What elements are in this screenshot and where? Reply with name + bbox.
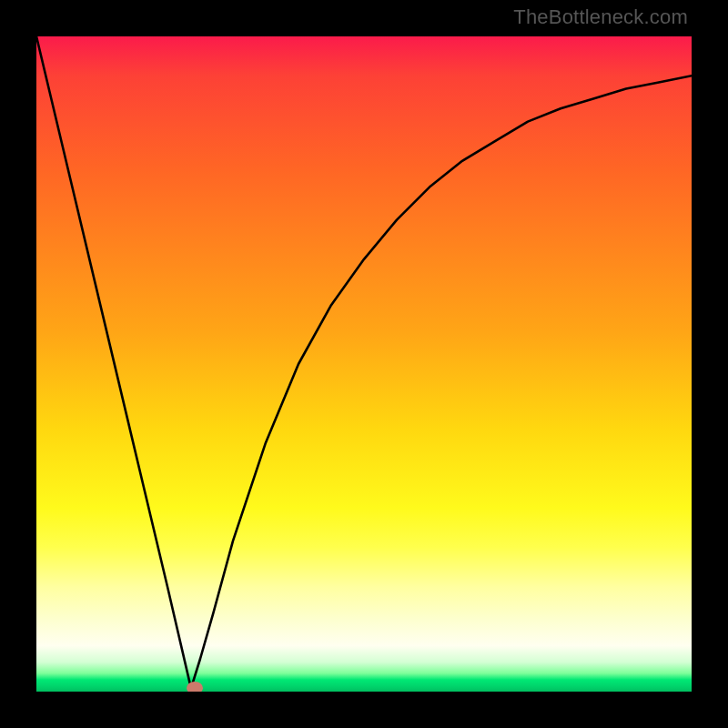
attribution-text: TheBottleneck.com [513,5,688,29]
optimal-point-marker [187,682,203,692]
chart-frame: TheBottleneck.com [0,0,728,728]
plot-border-left [0,0,36,728]
plot-area [36,36,692,692]
plot-border-right [692,0,728,728]
plot-border-bottom [0,692,728,728]
bottleneck-curve [36,36,692,692]
